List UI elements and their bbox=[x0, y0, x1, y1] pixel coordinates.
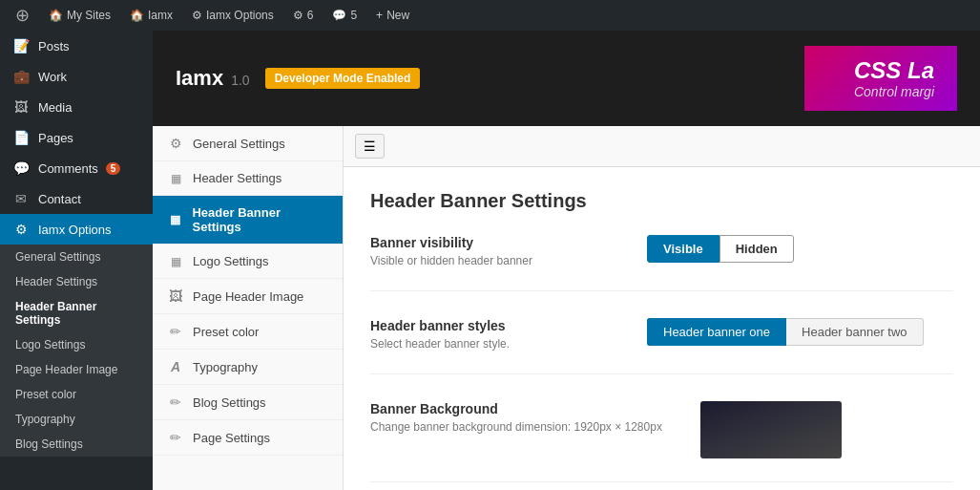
header-banner-label: Header Banner Settings bbox=[192, 205, 329, 234]
banner-background-label-col: Banner Background Change banner backgrou… bbox=[370, 401, 662, 434]
nav-page-settings[interactable]: ✏ Page Settings bbox=[153, 420, 343, 456]
wp-logo[interactable]: ⊕ bbox=[8, 0, 37, 31]
css-promo-banner[interactable]: CSS LaControl margi bbox=[804, 46, 957, 111]
iamx-submenu: General Settings Header Settings Header … bbox=[0, 245, 153, 457]
page-header-image-icon: 🖼 bbox=[166, 288, 185, 304]
nav-logo-settings[interactable]: ▦ Logo Settings bbox=[153, 245, 343, 279]
wp-logo-icon: ⊕ bbox=[15, 5, 30, 26]
pages-label: Pages bbox=[38, 131, 73, 145]
banner-visibility-label: Banner visibility bbox=[370, 235, 609, 250]
plugin-body: ⚙ General Settings ▦ Header Settings ▦ H… bbox=[153, 126, 980, 490]
settings-main: ☰ Header Banner Settings Banner visibili… bbox=[344, 126, 980, 490]
gear-icon: ⚙ bbox=[192, 9, 202, 22]
general-settings-label: General Settings bbox=[193, 137, 285, 151]
typography-label: Typography bbox=[193, 360, 258, 374]
sidebar-item-pages[interactable]: 📄 Pages bbox=[0, 122, 153, 153]
plugin-header: Iamx 1.0 Developer Mode Enabled CSS LaCo… bbox=[153, 31, 980, 126]
sidebar-item-comments[interactable]: 💬 Comments 5 bbox=[0, 153, 153, 183]
comments-label: Comments bbox=[38, 161, 98, 176]
settings-toolbar: ☰ bbox=[344, 126, 980, 167]
logo-settings-icon: ▦ bbox=[166, 255, 185, 268]
visible-btn[interactable]: Visible bbox=[647, 235, 719, 263]
submenu-general-settings[interactable]: General Settings bbox=[0, 245, 153, 269]
iamx-options-label: Iamx Options bbox=[206, 9, 274, 22]
page-settings-icon: ✏ bbox=[166, 430, 185, 445]
header-banner-styles-label: Header banner styles bbox=[370, 318, 609, 333]
updates-btn[interactable]: ⚙ 6 bbox=[285, 0, 322, 31]
dev-mode-badge: Developer Mode Enabled bbox=[265, 68, 421, 89]
my-sites-label: My Sites bbox=[67, 9, 111, 22]
submenu-page-header-image[interactable]: Page Header Image bbox=[0, 357, 153, 382]
nav-header-settings[interactable]: ▦ Header Settings bbox=[153, 161, 343, 196]
nav-typography[interactable]: A Typography bbox=[153, 350, 343, 385]
updates-count: 6 bbox=[307, 9, 314, 22]
comments-icon: 💬 bbox=[11, 160, 31, 176]
nav-general-settings[interactable]: ⚙ General Settings bbox=[153, 126, 343, 161]
comments-count: 5 bbox=[350, 9, 357, 22]
banner-background-row: Banner Background Change banner backgrou… bbox=[370, 401, 953, 458]
sidebar-item-contact[interactable]: ✉ Contact bbox=[0, 183, 153, 214]
nav-page-header-image[interactable]: 🖼 Page Header Image bbox=[153, 279, 343, 314]
submenu-logo-settings[interactable]: Logo Settings bbox=[0, 332, 153, 357]
site-name-btn[interactable]: 🏠 Iamx bbox=[122, 0, 180, 31]
posts-icon: 📝 bbox=[11, 38, 31, 53]
iamx-options-btn[interactable]: ⚙ Iamx Options bbox=[184, 0, 281, 31]
updates-icon: ⚙ bbox=[293, 9, 303, 22]
general-settings-icon: ⚙ bbox=[166, 136, 185, 151]
preset-color-icon: ✏ bbox=[166, 324, 185, 339]
work-icon: 💼 bbox=[11, 69, 31, 84]
content-area: Iamx 1.0 Developer Mode Enabled CSS LaCo… bbox=[153, 31, 980, 490]
banner-preview-inner bbox=[700, 401, 842, 458]
nav-blog-settings[interactable]: ✏ Blog Settings bbox=[153, 385, 343, 420]
my-sites-icon: 🏠 bbox=[49, 9, 63, 22]
banner-preview[interactable] bbox=[700, 401, 842, 458]
settings-content: Header Banner Settings Banner visibility… bbox=[344, 167, 980, 490]
sidebar: 📝 Posts 💼 Work 🖼 Media 📄 Pages 💬 Comment… bbox=[0, 31, 153, 490]
header-settings-label: Header Settings bbox=[193, 171, 281, 185]
banner-style-radio-group: Header banner one Header banner two bbox=[647, 318, 924, 346]
css-promo-title: CSS LaControl margi bbox=[827, 57, 934, 99]
header-settings-icon: ▦ bbox=[166, 172, 185, 185]
header-banner-styles-row: Header banner styles Select header banne… bbox=[370, 318, 953, 351]
sidebar-item-posts[interactable]: 📝 Posts bbox=[0, 31, 153, 61]
plus-icon: + bbox=[376, 9, 383, 22]
comments-badge: 5 bbox=[106, 162, 121, 175]
new-label: New bbox=[386, 9, 409, 22]
plugin-title-group: Iamx 1.0 bbox=[176, 66, 250, 91]
banner-visibility-label-col: Banner visibility Visible or hidden head… bbox=[370, 235, 609, 267]
submenu-preset-color[interactable]: Preset color bbox=[0, 382, 153, 407]
banner-visibility-row: Banner visibility Visible or hidden head… bbox=[370, 235, 953, 267]
submenu-typography[interactable]: Typography bbox=[0, 407, 153, 432]
sidebar-item-media[interactable]: 🖼 Media bbox=[0, 92, 153, 122]
media-label: Media bbox=[38, 100, 72, 115]
comments-btn[interactable]: 💬 5 bbox=[324, 0, 365, 31]
banner-visibility-section: Banner visibility Visible or hidden head… bbox=[370, 235, 953, 291]
header-banner-icon: ▦ bbox=[166, 213, 184, 226]
toolbar-layout-btn[interactable]: ☰ bbox=[355, 134, 385, 159]
page-settings-label: Page Settings bbox=[193, 431, 270, 445]
hidden-btn[interactable]: Hidden bbox=[719, 235, 794, 263]
header-banner-styles-control: Header banner one Header banner two bbox=[647, 318, 924, 346]
banner-one-btn[interactable]: Header banner one bbox=[647, 318, 786, 346]
header-banner-styles-section: Header banner styles Select header banne… bbox=[370, 318, 953, 374]
header-banner-styles-label-col: Header banner styles Select header banne… bbox=[370, 318, 609, 351]
submenu-header-banner-settings[interactable]: Header Banner Settings bbox=[0, 294, 153, 332]
submenu-header-settings[interactable]: Header Settings bbox=[0, 269, 153, 294]
banner-background-label: Banner Background bbox=[370, 401, 662, 416]
nav-header-banner-settings[interactable]: ▦ Header Banner Settings bbox=[153, 196, 343, 245]
sidebar-item-work[interactable]: 💼 Work bbox=[0, 61, 153, 92]
header-banner-styles-desc: Select header banner style. bbox=[370, 337, 609, 351]
new-btn[interactable]: + New bbox=[368, 0, 417, 31]
banner-two-btn[interactable]: Header banner two bbox=[786, 318, 924, 346]
pages-icon: 📄 bbox=[11, 130, 31, 145]
comment-icon: 💬 bbox=[332, 9, 346, 22]
site-name-label: Iamx bbox=[148, 9, 173, 22]
visibility-toggle-group: Visible Hidden bbox=[647, 235, 794, 263]
sidebar-item-iamx-options[interactable]: ⚙ Iamx Options bbox=[0, 214, 153, 245]
settings-nav: ⚙ General Settings ▦ Header Settings ▦ H… bbox=[153, 126, 344, 490]
nav-preset-color[interactable]: ✏ Preset color bbox=[153, 314, 343, 350]
media-icon: 🖼 bbox=[11, 99, 31, 115]
banner-visibility-control: Visible Hidden bbox=[647, 235, 794, 263]
submenu-blog-settings[interactable]: Blog Settings bbox=[0, 432, 153, 457]
my-sites-btn[interactable]: 🏠 My Sites bbox=[41, 0, 118, 31]
